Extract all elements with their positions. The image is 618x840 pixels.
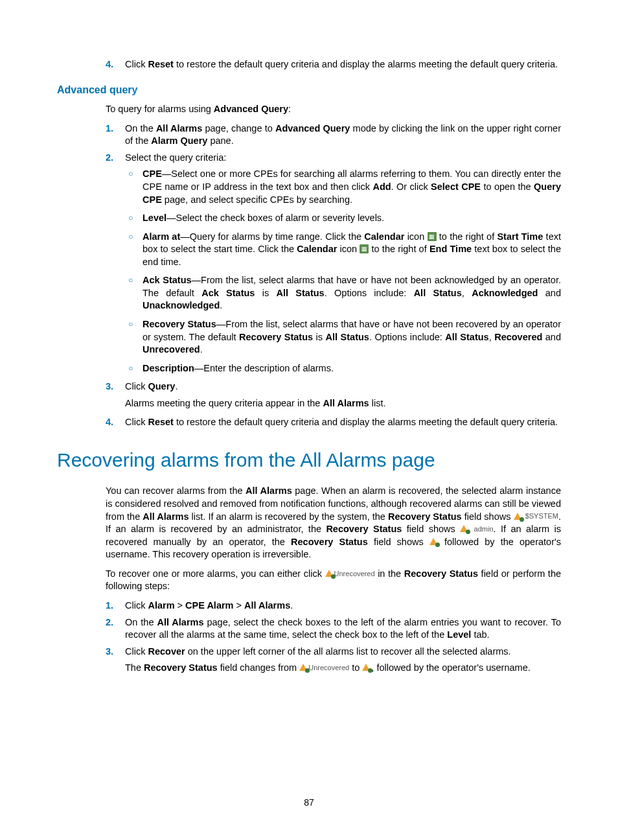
advq-intro: To query for alarms using Advanced Query…: [106, 103, 561, 116]
advq-step-3: 3. Click Query.: [106, 380, 561, 393]
advq-step-2: 2. Select the query criteria:: [106, 152, 561, 165]
criteria-description: ○ Description—Enter the description of a…: [128, 362, 561, 375]
criteria-ack-status: ○ Ack Status—From the list, select alarm…: [128, 274, 561, 312]
heading-advanced-query: Advanced query: [57, 83, 561, 97]
heading-recovering-alarms: Recovering alarms from the All Alarms pa…: [57, 447, 561, 474]
criteria-alarm-at: ○ Alarm at—Query for alarms by time rang…: [128, 231, 561, 269]
advq-step-1: 1. On the All Alarms page, change to Adv…: [106, 122, 561, 148]
recov-step-1: 1. Click Alarm > CPE Alarm > All Alarms.: [106, 600, 561, 612]
bullet-icon: ○: [128, 318, 143, 356]
criteria-level: ○ Level—Select the check boxes of alarm …: [128, 212, 561, 225]
calendar-icon: ▦: [360, 244, 369, 253]
alarm-recovered-icon: [362, 664, 371, 671]
list-body: Click Reset to restore the default query…: [125, 58, 561, 71]
step-4-reset-top: 4. Click Reset to restore the default qu…: [106, 58, 561, 71]
bullet-icon: ○: [128, 362, 143, 375]
alarm-unrecovered-icon: [299, 664, 308, 671]
recov-step-3-note: The Recovery Status field changes from U…: [125, 662, 561, 675]
alarm-recovered-icon: [429, 538, 439, 546]
alarm-unrecovered-icon: [325, 570, 334, 578]
advq-step-4: 4. Click Reset to restore the default qu…: [106, 416, 561, 429]
criteria-recovery-status: ○ Recovery Status—From the list, select …: [128, 318, 561, 356]
recov-para-2: To recover one or more alarms, you can e…: [106, 568, 561, 593]
criteria-cpe: ○ CPE—Select one or more CPEs for search…: [128, 168, 561, 206]
alarm-recovered-icon: [514, 513, 523, 520]
bullet-icon: ○: [128, 212, 143, 225]
page-number: 87: [0, 797, 618, 809]
bullet-icon: ○: [128, 168, 143, 206]
bullet-icon: ○: [128, 274, 143, 312]
calendar-icon: ▦: [428, 232, 437, 241]
recov-para-1: You can recover alarms from the All Alar…: [106, 485, 561, 561]
recov-step-2: 2. On the All Alarms page, select the ch…: [106, 616, 561, 642]
recov-step-3: 3. Click Recover on the upper left corne…: [106, 646, 561, 659]
alarm-recovered-icon: [460, 525, 469, 533]
bullet-icon: ○: [128, 231, 143, 269]
advq-step-3-note: Alarms meeting the query criteria appear…: [125, 397, 561, 410]
list-number: 4.: [106, 58, 125, 71]
